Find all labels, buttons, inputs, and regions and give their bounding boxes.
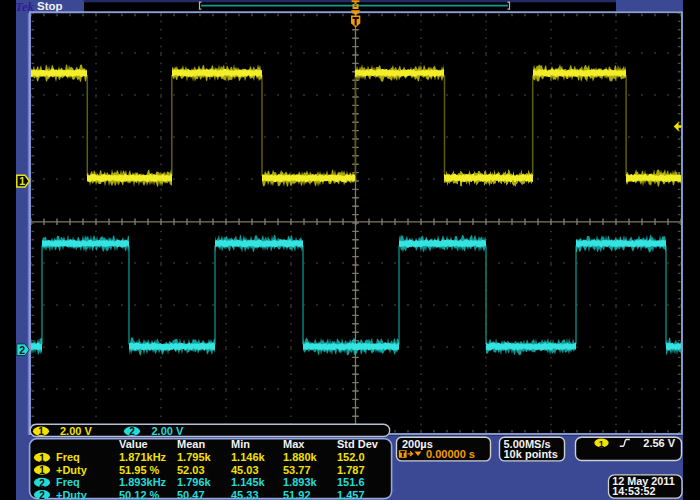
svg-text:2: 2 [39, 478, 45, 489]
svg-text:Value: Value [119, 438, 148, 450]
svg-text:0.00000 s: 0.00000 s [426, 448, 475, 460]
svg-text:1.893kHz: 1.893kHz [119, 476, 167, 488]
svg-text:14:53:52: 14:53:52 [612, 485, 655, 497]
svg-text:2: 2 [39, 490, 45, 500]
svg-text:1.145k: 1.145k [231, 476, 266, 488]
svg-text:50.12 %: 50.12 % [119, 489, 160, 500]
svg-text:2: 2 [19, 344, 25, 356]
svg-text:2.56 V: 2.56 V [643, 437, 675, 449]
svg-text:10k points: 10k points [504, 448, 558, 460]
svg-text:1.787: 1.787 [337, 464, 365, 476]
svg-text:1.893k: 1.893k [283, 476, 318, 488]
svg-text:+Duty: +Duty [56, 489, 88, 500]
svg-text:1.146k: 1.146k [231, 451, 266, 463]
svg-text:51.92: 51.92 [283, 489, 311, 500]
svg-text:1.871kHz: 1.871kHz [119, 451, 167, 463]
svg-text:1: 1 [38, 426, 44, 437]
svg-text:1: 1 [599, 439, 604, 449]
svg-text:50.47: 50.47 [177, 489, 205, 500]
svg-text:+Duty: +Duty [56, 464, 88, 476]
svg-text:1.795k: 1.795k [177, 451, 212, 463]
svg-text:Freq: Freq [56, 476, 80, 488]
svg-text:1.880k: 1.880k [283, 451, 318, 463]
svg-text:51.95 %: 51.95 % [119, 464, 160, 476]
svg-text:152.0: 152.0 [337, 451, 365, 463]
svg-text:1: 1 [39, 465, 45, 476]
svg-text:Freq: Freq [56, 451, 80, 463]
svg-text:52.03: 52.03 [177, 464, 205, 476]
svg-text:45.03: 45.03 [231, 464, 259, 476]
svg-text:1.796k: 1.796k [177, 476, 212, 488]
svg-text:2: 2 [129, 426, 135, 437]
svg-text:Max: Max [283, 438, 305, 450]
svg-text:Std Dev: Std Dev [337, 438, 379, 450]
svg-text:2.00 V: 2.00 V [60, 425, 92, 437]
svg-text:1.457: 1.457 [337, 489, 365, 500]
svg-text:1: 1 [19, 175, 25, 187]
svg-text:Stop: Stop [37, 0, 63, 12]
svg-text:Min: Min [231, 438, 250, 450]
svg-text:2.00 V: 2.00 V [152, 425, 184, 437]
svg-text:151.6: 151.6 [337, 476, 365, 488]
svg-text:1: 1 [39, 453, 45, 464]
svg-text:Mean: Mean [177, 438, 205, 450]
svg-text:53.77: 53.77 [283, 464, 311, 476]
svg-text:45.33: 45.33 [231, 489, 259, 500]
